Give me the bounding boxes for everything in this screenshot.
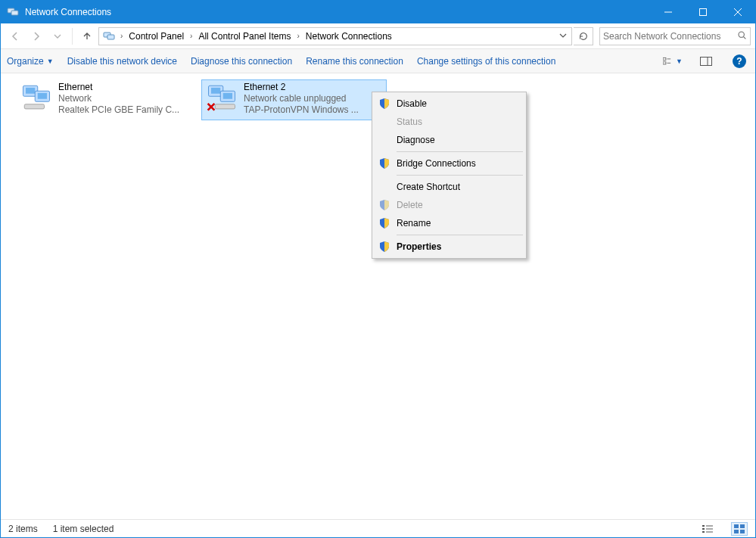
cm-delete: Delete — [374, 196, 524, 214]
search-placeholder: Search Network Connections — [603, 31, 737, 42]
chevron-down-icon: ▼ — [47, 58, 54, 65]
diagnose-connection-button[interactable]: Diagnose this connection — [191, 56, 292, 67]
svg-line-9 — [744, 36, 746, 39]
search-icon[interactable] — [737, 30, 747, 42]
cm-create-shortcut[interactable]: Create Shortcut — [374, 178, 524, 196]
svg-rect-22 — [211, 88, 220, 94]
svg-rect-19 — [38, 93, 47, 99]
details-view-button[interactable] — [699, 522, 716, 536]
help-icon: ? — [733, 54, 746, 68]
svg-rect-3 — [700, 9, 707, 16]
item-count: 2 items — [8, 524, 38, 534]
uac-shield-icon — [378, 199, 390, 211]
svg-rect-17 — [26, 88, 35, 94]
cm-status: Status — [374, 113, 524, 131]
title-bar[interactable]: Network Connections — [1, 1, 755, 23]
selection-count: 1 item selected — [53, 524, 114, 534]
svg-rect-34 — [734, 524, 739, 528]
connection-device: Realtek PCIe GBE Family C... — [58, 104, 179, 116]
uac-shield-icon — [378, 217, 390, 229]
forward-button[interactable] — [26, 26, 46, 46]
uac-shield-icon — [378, 157, 390, 169]
breadcrumb-all-items[interactable]: All Control Panel Items — [195, 31, 294, 42]
uac-shield-icon — [378, 98, 390, 110]
minimize-button[interactable] — [651, 1, 686, 23]
svg-rect-37 — [740, 530, 745, 533]
change-settings-button[interactable]: Change settings of this connection — [417, 56, 555, 67]
svg-rect-10 — [663, 58, 666, 60]
cm-properties[interactable]: Properties — [374, 238, 524, 256]
recent-locations-button[interactable] — [48, 26, 67, 46]
connection-status: Network cable unplugged — [244, 93, 359, 104]
network-adapter-icon — [20, 82, 52, 114]
svg-rect-12 — [663, 61, 666, 64]
context-menu: Disable Status Diagnose Bridge Connectio… — [372, 92, 527, 259]
address-breadcrumb[interactable]: › Control Panel › All Control Panel Item… — [98, 27, 572, 45]
menu-separator — [397, 151, 523, 152]
window-title: Network Connections — [25, 7, 651, 17]
uac-shield-icon — [378, 241, 390, 253]
connection-status: Network — [58, 93, 179, 104]
menu-separator — [397, 175, 523, 176]
items-view[interactable]: Ethernet Network Realtek PCIe GBE Family… — [1, 73, 755, 519]
separator — [72, 28, 73, 45]
chevron-right-icon[interactable]: › — [294, 32, 302, 40]
view-options-button[interactable]: ▼ — [663, 51, 683, 71]
breadcrumb-control-panel[interactable]: Control Panel — [126, 31, 187, 42]
cm-bridge[interactable]: Bridge Connections — [374, 154, 524, 173]
cm-disable[interactable]: Disable — [374, 95, 524, 113]
svg-rect-24 — [223, 93, 232, 99]
command-bar: Organize ▼ Disable this network device D… — [1, 49, 755, 73]
svg-rect-35 — [740, 524, 745, 528]
svg-rect-14 — [701, 57, 712, 65]
explorer-window: Network Connections — [0, 0, 756, 538]
svg-rect-30 — [702, 528, 705, 530]
breadcrumb-network-connections[interactable]: Network Connections — [303, 31, 395, 42]
svg-rect-28 — [702, 525, 705, 527]
address-dropdown-button[interactable] — [556, 31, 570, 42]
network-connections-icon — [102, 30, 116, 43]
connection-device: TAP-ProtonVPN Windows ... — [244, 104, 359, 116]
network-adapter-unplugged-icon — [206, 82, 238, 114]
rename-connection-button[interactable]: Rename this connection — [306, 56, 403, 67]
svg-rect-7 — [107, 35, 114, 39]
chevron-right-icon[interactable]: › — [187, 32, 195, 40]
refresh-button[interactable] — [574, 27, 593, 45]
up-button[interactable] — [77, 26, 97, 46]
organize-menu[interactable]: Organize ▼ — [7, 56, 54, 67]
help-button[interactable]: ? — [730, 51, 749, 71]
preview-pane-button[interactable] — [696, 51, 716, 71]
svg-point-8 — [739, 32, 744, 37]
maximize-button[interactable] — [686, 1, 720, 23]
address-bar-row: › Control Panel › All Control Panel Item… — [1, 23, 755, 49]
search-box[interactable]: Search Network Connections — [599, 27, 751, 45]
connection-item-ethernet2[interactable]: Ethernet 2 Network cable unplugged TAP-P… — [201, 79, 387, 120]
connection-item-ethernet[interactable]: Ethernet Network Realtek PCIe GBE Family… — [16, 79, 201, 120]
svg-rect-32 — [702, 531, 705, 533]
status-bar: 2 items 1 item selected — [1, 519, 755, 537]
connection-name: Ethernet — [58, 82, 179, 93]
menu-separator — [397, 235, 523, 235]
close-button[interactable] — [720, 1, 755, 23]
chevron-right-icon[interactable]: › — [117, 32, 126, 40]
disable-device-button[interactable]: Disable this network device — [67, 56, 177, 67]
cm-rename[interactable]: Rename — [374, 214, 524, 232]
cm-diagnose[interactable]: Diagnose — [374, 131, 524, 149]
svg-rect-20 — [24, 104, 44, 109]
chevron-down-icon: ▼ — [676, 58, 683, 65]
svg-rect-25 — [215, 104, 235, 109]
connection-name: Ethernet 2 — [244, 82, 359, 93]
back-button[interactable] — [5, 26, 25, 46]
large-icons-view-button[interactable] — [731, 522, 748, 536]
svg-rect-1 — [11, 11, 18, 15]
network-connections-icon — [7, 6, 19, 18]
svg-rect-36 — [734, 530, 739, 533]
